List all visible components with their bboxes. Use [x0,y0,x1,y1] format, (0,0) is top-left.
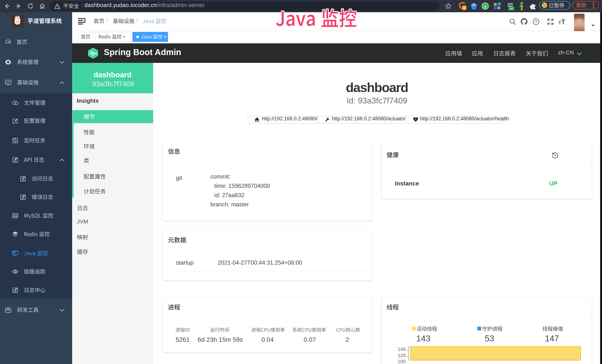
svg-text:1: 1 [463,6,465,10]
svg-text:on: on [510,7,513,10]
svg-text:y: y [484,4,486,8]
svg-text:?: ? [535,20,537,24]
